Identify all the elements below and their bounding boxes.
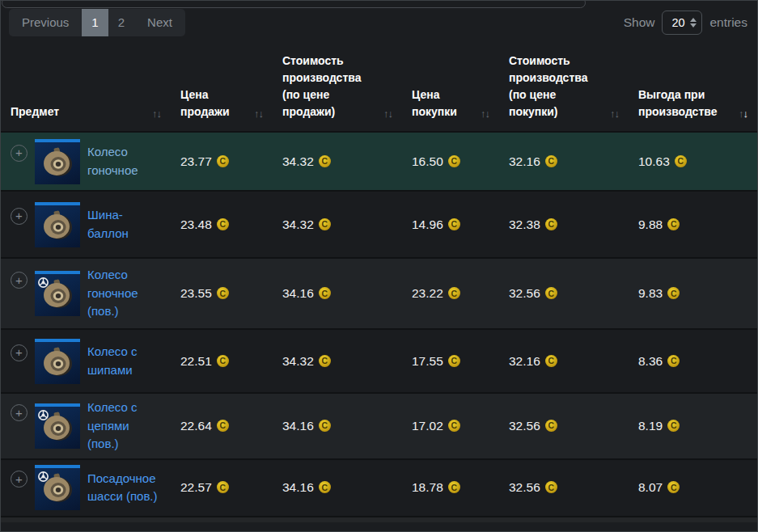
coin-icon bbox=[545, 287, 557, 299]
previous-page-button[interactable]: Previous bbox=[9, 9, 82, 36]
sort-icon[interactable]: ↑↓ bbox=[254, 108, 263, 120]
craft-cost-buy-cell: 32.56 bbox=[499, 258, 629, 329]
coin-icon bbox=[667, 355, 680, 367]
coin-icon bbox=[545, 218, 557, 230]
page-1-button[interactable]: 1 bbox=[82, 9, 108, 36]
coin-icon bbox=[545, 481, 557, 493]
coin-icon bbox=[217, 420, 229, 432]
item-link[interactable]: Колесо гоночное (пов.) bbox=[87, 266, 161, 321]
expand-row-button[interactable] bbox=[11, 344, 28, 361]
entries-label: entries bbox=[709, 15, 747, 30]
item-thumbnail bbox=[35, 465, 80, 510]
table-row: Колесо гоночное 23.77 34.32 16.50 32.16 … bbox=[1, 132, 757, 191]
column-header-profit[interactable]: Выгода при производстве↑↓ bbox=[629, 46, 757, 132]
coin-icon bbox=[545, 155, 557, 167]
wheel-image bbox=[40, 209, 75, 243]
wheel-image bbox=[40, 346, 75, 380]
expand-row-button[interactable] bbox=[11, 272, 28, 289]
craft-cost-sell-cell: 34.16 bbox=[273, 258, 402, 329]
table-row: Колесо с цепями (пов.) 22.64 34.16 17.02… bbox=[1, 393, 757, 459]
pagination: Previous 1 2 Next bbox=[9, 9, 185, 36]
coin-icon bbox=[448, 155, 460, 167]
craft-cost-buy-cell: 32.56 bbox=[499, 393, 629, 459]
sort-icon[interactable]: ↑↓ bbox=[481, 108, 489, 120]
table-row: Колесо с шипами 22.51 34.32 17.55 32.16 … bbox=[1, 329, 757, 393]
buy-price-cell: 23.22 bbox=[402, 258, 499, 329]
sort-icon[interactable]: ↑↓ bbox=[383, 108, 392, 120]
craft-cost-sell-cell: 34.32 bbox=[273, 329, 402, 393]
item-link[interactable]: Шина-баллон bbox=[87, 206, 161, 243]
wheel-image bbox=[40, 146, 75, 180]
items-table: Предмет↑↓ Цена продажи↑↓ Стоимость произ… bbox=[1, 46, 757, 516]
coin-icon bbox=[545, 420, 557, 432]
buy-price-cell: 17.55 bbox=[402, 329, 499, 393]
coin-icon bbox=[217, 355, 229, 367]
expand-row-button[interactable] bbox=[11, 404, 28, 421]
craft-cost-sell-cell: 34.16 bbox=[273, 459, 402, 516]
coin-icon bbox=[319, 355, 331, 367]
table-row: Колесо гоночное (пов.) 23.55 34.16 23.22… bbox=[1, 258, 757, 329]
sell-price-cell: 23.48 bbox=[171, 191, 273, 258]
craft-cost-sell-cell: 34.32 bbox=[273, 132, 402, 191]
page-2-button[interactable]: 2 bbox=[108, 9, 134, 36]
coin-icon bbox=[217, 155, 229, 167]
craft-cost-buy-cell: 32.38 bbox=[499, 191, 629, 258]
item-thumbnail bbox=[35, 139, 80, 184]
sell-price-cell: 22.51 bbox=[171, 329, 273, 393]
coin-icon bbox=[675, 155, 687, 167]
column-header-craft-cost-sell[interactable]: Стоимость производства (по цене продажи)… bbox=[273, 46, 402, 132]
item-link[interactable]: Колесо гоночное bbox=[87, 143, 161, 179]
sell-price-cell: 23.77 bbox=[171, 132, 273, 191]
coin-icon bbox=[667, 420, 680, 432]
next-page-button[interactable]: Next bbox=[134, 9, 185, 36]
table-controls: Previous 1 2 Next Show entries bbox=[1, 1, 757, 44]
expand-row-button[interactable] bbox=[11, 208, 28, 225]
steering-wheel-icon bbox=[37, 409, 49, 421]
table-row: Посадочное шасси (пов.) 22.57 34.16 18.7… bbox=[1, 459, 757, 516]
coin-icon bbox=[319, 218, 331, 230]
coin-icon bbox=[448, 218, 460, 230]
coin-icon bbox=[448, 355, 460, 367]
coin-icon bbox=[448, 420, 460, 432]
coin-icon bbox=[217, 481, 229, 493]
sell-price-cell: 22.64 bbox=[171, 393, 273, 459]
craft-cost-buy-cell: 32.16 bbox=[499, 329, 629, 393]
craft-cost-sell-cell: 34.16 bbox=[273, 393, 402, 459]
expand-row-button[interactable] bbox=[11, 471, 28, 488]
partial-next-row bbox=[1, 516, 757, 522]
item-link[interactable]: Колесо с шипами bbox=[87, 343, 161, 379]
column-header-sell-price[interactable]: Цена продажи↑↓ bbox=[171, 46, 273, 132]
item-link[interactable]: Посадочное шасси (пов.) bbox=[87, 470, 161, 506]
craft-cost-buy-cell: 32.16 bbox=[499, 132, 629, 191]
sort-icon[interactable]: ↑↓ bbox=[739, 108, 747, 120]
steering-wheel-icon bbox=[37, 277, 49, 289]
coin-icon bbox=[319, 420, 331, 432]
spinner-arrows-icon[interactable] bbox=[690, 18, 697, 27]
expand-row-button[interactable] bbox=[11, 145, 28, 162]
craft-cost-sell-cell: 34.32 bbox=[273, 191, 402, 258]
sell-price-cell: 23.55 bbox=[171, 258, 273, 329]
sell-price-cell: 22.57 bbox=[171, 459, 273, 516]
coin-icon bbox=[319, 155, 331, 167]
profit-cell: 10.63 bbox=[629, 132, 757, 191]
sort-icon[interactable]: ↑↓ bbox=[610, 108, 619, 120]
column-header-craft-cost-buy[interactable]: Стоимость производства (по цене покупки)… bbox=[499, 46, 629, 132]
table-row: Шина-баллон 23.48 34.32 14.96 32.38 9.88 bbox=[1, 191, 757, 258]
steering-wheel-icon bbox=[37, 471, 49, 483]
profit-cell: 8.07 bbox=[629, 459, 757, 516]
buy-price-cell: 17.02 bbox=[402, 393, 499, 459]
column-header-buy-price[interactable]: Цена покупки↑↓ bbox=[402, 46, 499, 132]
column-header-item[interactable]: Предмет↑↓ bbox=[1, 46, 171, 132]
profit-cell: 9.88 bbox=[629, 191, 757, 258]
item-link[interactable]: Колесо с цепями (пов.) bbox=[87, 399, 161, 454]
sort-icon[interactable]: ↑↓ bbox=[152, 108, 161, 120]
coin-icon bbox=[667, 481, 680, 493]
coin-icon bbox=[319, 287, 331, 299]
entries-input-wrap bbox=[662, 11, 702, 35]
coin-icon bbox=[217, 287, 229, 299]
coin-icon bbox=[448, 287, 460, 299]
page-size-control: Show entries bbox=[624, 11, 747, 35]
craft-cost-buy-cell: 32.56 bbox=[499, 459, 629, 516]
coin-icon bbox=[319, 481, 331, 493]
header-row: Предмет↑↓ Цена продажи↑↓ Стоимость произ… bbox=[1, 46, 757, 132]
